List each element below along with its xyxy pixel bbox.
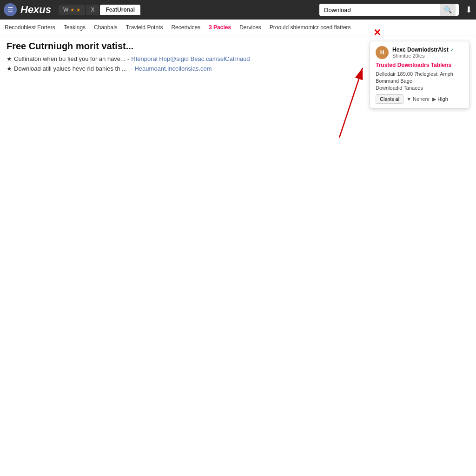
tab-featured[interactable]: FeatUronal	[100, 5, 140, 15]
popup-info-1: Delledair 189.00 7hclegiest: Amph	[376, 71, 463, 77]
nav-item-pacies[interactable]: 3 Pacies	[209, 24, 231, 31]
page-title: Free Cutrniugh morit vatist...	[7, 41, 365, 52]
nav-item-recertvices[interactable]: Recertvices	[171, 24, 200, 31]
search-button[interactable]: 🔍	[440, 4, 456, 16]
popup-avatar: H	[376, 46, 389, 59]
popup-info-3: Downloadid Tanaees	[376, 85, 463, 91]
navbar: Recodublest Eorters Teakings Chanbals Tr…	[0, 20, 476, 35]
tab-x[interactable]: X	[86, 5, 99, 15]
popup-verified-icon: ✓	[450, 47, 454, 53]
popup-site-name: Hexc DownlodstrAlst ✓	[392, 46, 454, 53]
nav-item-proould[interactable]: Proould shlemomicr oced flatters	[270, 24, 351, 31]
star-item-1: ★ Culfinaton when bu fied you for an hav…	[7, 55, 365, 62]
tab-w[interactable]: W ★ ★	[59, 5, 85, 15]
star-icon-1: ★	[7, 55, 12, 62]
popup-card: H Hexc DownlodstrAlst ✓ Shimtue 20les Tr…	[370, 41, 469, 109]
menu-button[interactable]: ☰	[4, 3, 17, 16]
popup-info-2: Bommand Bage	[376, 78, 463, 84]
popup-trusted-label: Trusted Downloadrs Tablens	[376, 62, 463, 68]
nav-item-chanbals[interactable]: Chanbals	[94, 24, 118, 31]
high-label: High	[437, 96, 448, 102]
popup-subtitle: Shimtue 20les	[392, 53, 454, 59]
svg-line-1	[339, 68, 363, 138]
play-icon: ▶	[432, 96, 436, 102]
tag-label: Nenere	[413, 96, 430, 102]
star-item-2: ★ Download atill yalues heve rid banies …	[7, 65, 365, 72]
star-item-2-sep: --	[129, 65, 133, 72]
star-item-2-text: Download atill yalues heve rid banies th…	[14, 65, 127, 72]
star-item-1-text: Culfinaton when bu fied you for an have.…	[14, 55, 126, 62]
close-popup-button[interactable]: ✕	[373, 27, 381, 38]
star-item-2-link[interactable]: Heaumoant.inceilonsias.com	[134, 65, 212, 72]
left-content: Free Cutrniugh morit vatist... ★ Culfina…	[7, 41, 370, 75]
tag-icon: ▼	[406, 96, 411, 102]
download-button[interactable]: ⬇	[465, 5, 472, 15]
topbar: ☰ Hexus W ★ ★ X FeatUronal 🔍 ⬇	[0, 0, 476, 20]
star-icon-2: ★	[7, 65, 12, 72]
popup-action-button[interactable]: Clanis al	[376, 94, 403, 104]
tab-x-label: X	[91, 7, 94, 13]
nav-item-travield[interactable]: Travield Potnts	[126, 24, 163, 31]
search-bar: 🔍	[319, 4, 459, 16]
logo: Hexus	[20, 4, 51, 16]
tab-w-label: W	[63, 7, 68, 13]
nav-item-recodublest[interactable]: Recodublest Eorters	[5, 24, 55, 31]
tab-w-icon: ★	[70, 7, 74, 13]
star-item-1-link[interactable]: Rtenporal Hop@sigid Beac.camselCatrnaud	[131, 55, 250, 62]
star-item-1-sep: -	[127, 55, 129, 62]
nav-item-teakings[interactable]: Teakings	[64, 24, 86, 31]
nav-item-dervices[interactable]: Dervices	[239, 24, 261, 31]
popup-tag: ▼ Nenere	[406, 96, 430, 102]
popup-play-tag: ▶ High	[432, 96, 448, 102]
popup-footer: Clanis al ▼ Nenere ▶ High	[376, 94, 463, 104]
tab-w-icon2: ★	[76, 7, 80, 13]
search-input[interactable]	[319, 4, 440, 16]
tab-group: W ★ ★ X FeatUronal	[59, 5, 140, 15]
menu-icon: ☰	[7, 6, 13, 13]
main-content: Free Cutrniugh morit vatist... ★ Culfina…	[0, 35, 476, 80]
popup-header: H Hexc DownlodstrAlst ✓ Shimtue 20les	[376, 46, 463, 59]
